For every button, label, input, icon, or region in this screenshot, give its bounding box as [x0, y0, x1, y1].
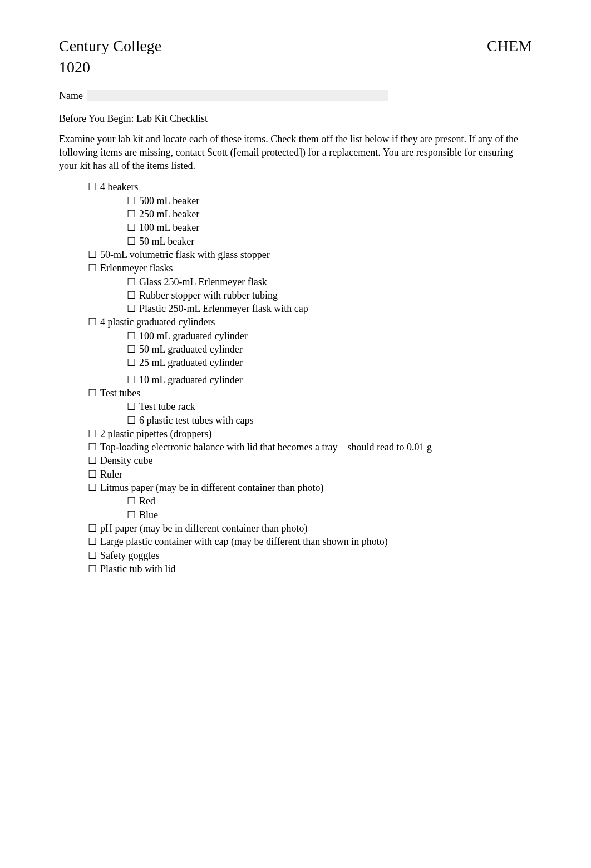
checkbox-icon[interactable]: ☐	[127, 275, 136, 289]
checklist-item: ☐100 mL beaker	[59, 221, 532, 234]
checkbox-icon[interactable]: ☐	[127, 329, 136, 343]
checklist-item: ☐50 mL beaker	[59, 235, 532, 248]
checkbox-icon[interactable]: ☐	[88, 386, 97, 400]
checkbox-icon[interactable]: ☐	[88, 522, 97, 535]
checklist-item-label: Ruler	[100, 468, 122, 481]
checklist-item-label: Red	[139, 494, 155, 508]
header-left: Century College 1020	[59, 36, 161, 78]
checkbox-icon[interactable]: ☐	[88, 315, 97, 329]
checkbox-icon[interactable]: ☐	[127, 302, 136, 315]
checklist-item: ☐Top-loading electronic balance with lid…	[59, 440, 532, 454]
checklist-item: ☐4 plastic graduated cylinders	[59, 315, 532, 329]
checklist-item: ☐50-mL volumetric flask with glass stopp…	[59, 248, 532, 261]
checkbox-icon[interactable]: ☐	[88, 261, 97, 275]
checklist-item-label: 2 plastic pipettes (droppers)	[100, 427, 211, 440]
checklist-item-label: 100 mL beaker	[139, 221, 199, 234]
name-row: Name	[59, 88, 532, 102]
intro-paragraph: Examine your lab kit and locate each of …	[59, 132, 532, 173]
course-prefix: CHEM	[487, 37, 532, 54]
checklist-item-label: 4 beakers	[100, 180, 138, 194]
checklist-item: ☐Density cube	[59, 454, 532, 467]
header-right: CHEM	[487, 36, 532, 57]
checklist-item-label: 4 plastic graduated cylinders	[100, 315, 215, 329]
checklist-item-label: Top-loading electronic balance with lid …	[100, 440, 432, 454]
checkbox-icon[interactable]: ☐	[127, 235, 136, 248]
checklist-item: ☐4 beakers	[59, 180, 532, 194]
checklist-item: ☐Rubber stopper with rubber tubing	[59, 289, 532, 302]
checklist-item: ☐Glass 250-mL Erlenmeyer flask	[59, 275, 532, 289]
checklist-item: ☐Blue	[59, 508, 532, 522]
checklist-item: ☐250 mL beaker	[59, 207, 532, 221]
checklist-item-label: 100 mL graduated cylinder	[139, 329, 248, 343]
checklist-item-label: Test tubes	[100, 386, 140, 400]
document-header: Century College 1020 CHEM	[59, 36, 532, 78]
checkbox-icon[interactable]: ☐	[127, 494, 136, 508]
checklist-item: ☐2 plastic pipettes (droppers)	[59, 427, 532, 440]
checklist-item-label: Erlenmeyer flasks	[100, 261, 173, 275]
checklist-item: ☐pH paper (may be in different container…	[59, 522, 532, 535]
checkbox-icon[interactable]: ☐	[127, 221, 136, 234]
checklist-item: ☐500 mL beaker	[59, 194, 532, 207]
checkbox-icon[interactable]: ☐	[88, 549, 97, 562]
checklist-item: ☐Ruler	[59, 468, 532, 481]
checklist-item-label: 50-mL volumetric flask with glass stoppe…	[100, 248, 270, 261]
checkbox-icon[interactable]: ☐	[88, 427, 97, 440]
checkbox-icon[interactable]: ☐	[127, 343, 136, 356]
checklist-item-label: pH paper (may be in different container …	[100, 522, 308, 535]
checklist-item-label: 50 mL graduated cylinder	[139, 343, 243, 356]
checklist-item: ☐50 mL graduated cylinder	[59, 343, 532, 356]
checklist-item-label: Test tube rack	[139, 400, 195, 413]
checklist-item: ☐10 mL graduated cylinder	[59, 373, 532, 386]
checklist-item-label: Rubber stopper with rubber tubing	[139, 289, 278, 302]
checklist-item-label: 10 mL graduated cylinder	[139, 373, 243, 386]
document-subtitle: Before You Begin: Lab Kit Checklist	[59, 113, 532, 125]
checklist-item: ☐100 mL graduated cylinder	[59, 329, 532, 343]
name-label: Name	[59, 90, 83, 102]
checklist-item-label: 25 mL graduated cylinder	[139, 356, 243, 369]
checkbox-icon[interactable]: ☐	[127, 356, 136, 369]
checkbox-icon[interactable]: ☐	[88, 562, 97, 576]
checklist-item: ☐Safety goggles	[59, 549, 532, 562]
checkbox-icon[interactable]: ☐	[127, 414, 136, 427]
checklist-item: ☐6 plastic test tubes with caps	[59, 414, 532, 427]
checklist-item-label: Litmus paper (may be in different contai…	[100, 481, 324, 494]
checklist-item-label: Glass 250-mL Erlenmeyer flask	[139, 275, 267, 289]
checklist-item-label: Plastic tub with lid	[100, 562, 176, 576]
checklist-item-label: Large plastic container with cap (may be…	[100, 535, 388, 548]
checklist-item: ☐Litmus paper (may be in different conta…	[59, 481, 532, 494]
name-redaction	[87, 90, 388, 101]
checklist: ☐4 beakers☐500 mL beaker☐250 mL beaker☐1…	[59, 180, 532, 576]
checkbox-icon[interactable]: ☐	[127, 207, 136, 221]
checklist-item-label: Safety goggles	[100, 549, 159, 562]
checkbox-icon[interactable]: ☐	[88, 535, 97, 548]
checklist-item-label: Plastic 250-mL Erlenmeyer flask with cap	[139, 302, 308, 315]
checkbox-icon[interactable]: ☐	[127, 400, 136, 413]
checklist-item: ☐25 mL graduated cylinder	[59, 356, 532, 369]
checkbox-icon[interactable]: ☐	[88, 180, 97, 194]
checkbox-icon[interactable]: ☐	[127, 373, 136, 386]
checklist-item: ☐Test tubes	[59, 386, 532, 400]
checkbox-icon[interactable]: ☐	[88, 481, 97, 494]
checklist-item: ☐Erlenmeyer flasks	[59, 261, 532, 275]
checkbox-icon[interactable]: ☐	[127, 289, 136, 302]
checkbox-icon[interactable]: ☐	[88, 454, 97, 467]
checkbox-icon[interactable]: ☐	[88, 440, 97, 454]
checklist-item: ☐Plastic tub with lid	[59, 562, 532, 576]
checkbox-icon[interactable]: ☐	[127, 194, 136, 207]
checklist-item-label: Density cube	[100, 454, 152, 467]
checklist-item-label: 50 mL beaker	[139, 235, 194, 248]
course-number: 1020	[59, 58, 90, 76]
checklist-item-label: 500 mL beaker	[139, 194, 199, 207]
checklist-item: ☐Test tube rack	[59, 400, 532, 413]
checkbox-icon[interactable]: ☐	[88, 468, 97, 481]
college-name: Century College	[59, 37, 161, 54]
checklist-item: ☐Red	[59, 494, 532, 508]
checklist-item-label: Blue	[139, 508, 158, 522]
checklist-item-label: 250 mL beaker	[139, 207, 199, 221]
checklist-item-label: 6 plastic test tubes with caps	[139, 414, 253, 427]
checkbox-icon[interactable]: ☐	[127, 508, 136, 522]
checkbox-icon[interactable]: ☐	[88, 248, 97, 261]
checklist-item: ☐Large plastic container with cap (may b…	[59, 535, 532, 548]
checklist-item: ☐Plastic 250-mL Erlenmeyer flask with ca…	[59, 302, 532, 315]
